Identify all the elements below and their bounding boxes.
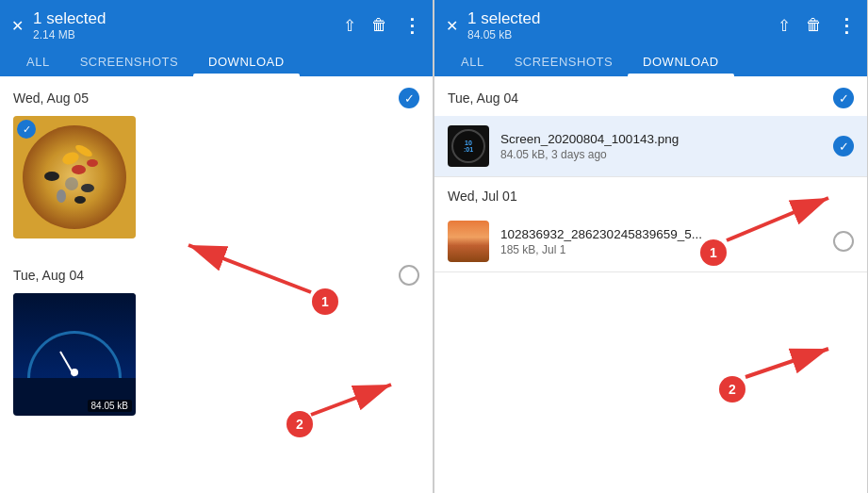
right-screenshot-check[interactable]: ✓: [833, 136, 854, 156]
right-tab-screenshots[interactable]: Screenshots: [500, 47, 628, 76]
right-landscape-meta: 185 kB, Jul 1: [500, 243, 822, 256]
right-landscape-info: 102836932_286230245839659_5... 185 kB, J…: [500, 227, 822, 256]
right-clock-icon: 10:01: [451, 129, 485, 163]
right-content: Tue, Aug 04 ✓ 10:01 Screen_20200804_1001…: [434, 76, 867, 493]
right-landscape-check[interactable]: [833, 231, 854, 252]
left-content: Wed, Aug 05 ✓ ✓: [0, 76, 433, 493]
left-pizza-check: ✓: [17, 120, 36, 139]
right-screenshot-item[interactable]: 10:01 Screen_20200804_100143.png 84.05 k…: [434, 116, 867, 177]
right-date-aug04: Tue, Aug 04: [448, 90, 518, 106]
right-share-icon[interactable]: ⇧: [778, 16, 791, 36]
left-tabs: All Screenshots Download: [11, 47, 421, 76]
right-more-icon[interactable]: ⋮: [837, 14, 856, 37]
left-tab-screenshots[interactable]: Screenshots: [65, 47, 193, 76]
left-gauge-item[interactable]: 84.05 kB: [13, 293, 136, 416]
right-close-icon[interactable]: ✕: [446, 17, 458, 35]
left-date-header-aug04: Tue, Aug 04: [0, 254, 433, 293]
left-grid-aug04: 84.05 kB: [0, 293, 433, 431]
left-selected-count: 1 selected: [33, 9, 106, 28]
left-delete-icon[interactable]: 🗑: [371, 16, 387, 35]
right-tabs: All Screenshots Download: [446, 47, 856, 76]
left-tab-all[interactable]: All: [11, 47, 65, 76]
left-size: 2.14 MB: [33, 28, 106, 41]
right-landscape-item[interactable]: 102836932_286230245839659_5... 185 kB, J…: [434, 211, 867, 272]
left-pizza-item[interactable]: ✓: [13, 116, 136, 238]
right-tab-all[interactable]: All: [446, 47, 500, 76]
right-date-header-aug04: Tue, Aug 04 ✓: [434, 76, 867, 116]
right-panel: ✕ 1 selected 84.05 kB ⇧ 🗑 ⋮ All Screensh…: [434, 0, 868, 493]
right-tab-download[interactable]: Download: [628, 47, 734, 76]
right-landscape-name: 102836932_286230245839659_5...: [500, 227, 822, 241]
right-date-header-jul01: Wed, Jul 01: [434, 177, 867, 211]
right-screenshot-info: Screen_20200804_100143.png 84.05 kB, 3 d…: [500, 132, 822, 161]
left-select-aug05[interactable]: ✓: [399, 88, 419, 108]
left-close-icon[interactable]: ✕: [11, 17, 24, 35]
right-screenshot-thumb: 10:01: [448, 125, 489, 167]
left-date-aug04: Tue, Aug 04: [13, 268, 84, 283]
left-select-aug04[interactable]: [399, 265, 419, 286]
right-screenshot-name: Screen_20200804_100143.png: [500, 132, 822, 146]
left-date-header-aug05: Wed, Aug 05 ✓: [0, 76, 433, 116]
left-grid-aug05: ✓: [0, 116, 433, 254]
right-landscape-thumb: [448, 221, 489, 262]
right-header: ✕ 1 selected 84.05 kB ⇧ 🗑 ⋮ All Screensh…: [434, 0, 867, 76]
right-selected-count: 1 selected: [467, 9, 541, 28]
left-panel: ✕ 1 selected 2.14 MB ⇧ 🗑 ⋮ All Screensho…: [0, 0, 434, 493]
right-size: 84.05 kB: [467, 28, 541, 41]
right-date-jul01: Wed, Jul 01: [448, 189, 517, 204]
right-screenshot-meta: 84.05 kB, 3 days ago: [500, 148, 822, 161]
left-tab-download[interactable]: Download: [193, 47, 300, 76]
right-select-aug04[interactable]: ✓: [833, 88, 854, 108]
left-more-icon[interactable]: ⋮: [402, 14, 421, 37]
right-delete-icon[interactable]: 🗑: [806, 16, 822, 35]
left-gauge-size: 84.05 kB: [88, 400, 132, 412]
left-header: ✕ 1 selected 2.14 MB ⇧ 🗑 ⋮ All Screensho…: [0, 0, 433, 76]
left-share-icon[interactable]: ⇧: [343, 16, 356, 36]
left-date-aug05: Wed, Aug 05: [13, 90, 89, 106]
